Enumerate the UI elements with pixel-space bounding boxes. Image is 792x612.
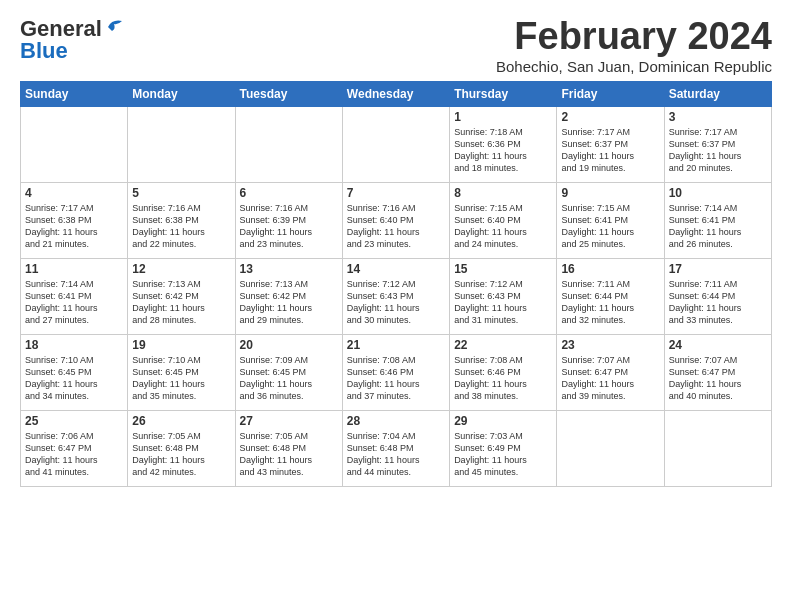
day-number: 14 [347, 262, 445, 276]
calendar-table: SundayMondayTuesdayWednesdayThursdayFrid… [20, 81, 772, 487]
calendar-cell: 26Sunrise: 7:05 AM Sunset: 6:48 PM Dayli… [128, 410, 235, 486]
day-info: Sunrise: 7:12 AM Sunset: 6:43 PM Dayligh… [454, 278, 552, 327]
day-info: Sunrise: 7:08 AM Sunset: 6:46 PM Dayligh… [454, 354, 552, 403]
calendar-cell: 10Sunrise: 7:14 AM Sunset: 6:41 PM Dayli… [664, 182, 771, 258]
day-number: 2 [561, 110, 659, 124]
month-title: February 2024 [496, 16, 772, 58]
weekday-header: Saturday [664, 81, 771, 106]
weekday-header: Tuesday [235, 81, 342, 106]
calendar-cell: 16Sunrise: 7:11 AM Sunset: 6:44 PM Dayli… [557, 258, 664, 334]
header: General Blue February 2024 Bohechio, San… [20, 16, 772, 75]
day-number: 27 [240, 414, 338, 428]
day-info: Sunrise: 7:14 AM Sunset: 6:41 PM Dayligh… [25, 278, 123, 327]
day-info: Sunrise: 7:15 AM Sunset: 6:41 PM Dayligh… [561, 202, 659, 251]
calendar-cell: 6Sunrise: 7:16 AM Sunset: 6:39 PM Daylig… [235, 182, 342, 258]
day-info: Sunrise: 7:09 AM Sunset: 6:45 PM Dayligh… [240, 354, 338, 403]
calendar-cell: 24Sunrise: 7:07 AM Sunset: 6:47 PM Dayli… [664, 334, 771, 410]
day-info: Sunrise: 7:18 AM Sunset: 6:36 PM Dayligh… [454, 126, 552, 175]
calendar-cell: 11Sunrise: 7:14 AM Sunset: 6:41 PM Dayli… [21, 258, 128, 334]
calendar-cell: 3Sunrise: 7:17 AM Sunset: 6:37 PM Daylig… [664, 106, 771, 182]
calendar-cell: 9Sunrise: 7:15 AM Sunset: 6:41 PM Daylig… [557, 182, 664, 258]
day-number: 3 [669, 110, 767, 124]
calendar-cell: 19Sunrise: 7:10 AM Sunset: 6:45 PM Dayli… [128, 334, 235, 410]
calendar-cell: 23Sunrise: 7:07 AM Sunset: 6:47 PM Dayli… [557, 334, 664, 410]
calendar-cell: 5Sunrise: 7:16 AM Sunset: 6:38 PM Daylig… [128, 182, 235, 258]
calendar-cell: 28Sunrise: 7:04 AM Sunset: 6:48 PM Dayli… [342, 410, 449, 486]
day-number: 1 [454, 110, 552, 124]
day-info: Sunrise: 7:13 AM Sunset: 6:42 PM Dayligh… [240, 278, 338, 327]
location-subtitle: Bohechio, San Juan, Dominican Republic [496, 58, 772, 75]
day-info: Sunrise: 7:03 AM Sunset: 6:49 PM Dayligh… [454, 430, 552, 479]
calendar-cell: 4Sunrise: 7:17 AM Sunset: 6:38 PM Daylig… [21, 182, 128, 258]
calendar-cell: 27Sunrise: 7:05 AM Sunset: 6:48 PM Dayli… [235, 410, 342, 486]
weekday-header: Thursday [450, 81, 557, 106]
day-number: 13 [240, 262, 338, 276]
calendar-cell: 8Sunrise: 7:15 AM Sunset: 6:40 PM Daylig… [450, 182, 557, 258]
day-info: Sunrise: 7:10 AM Sunset: 6:45 PM Dayligh… [25, 354, 123, 403]
day-info: Sunrise: 7:14 AM Sunset: 6:41 PM Dayligh… [669, 202, 767, 251]
calendar-cell: 2Sunrise: 7:17 AM Sunset: 6:37 PM Daylig… [557, 106, 664, 182]
day-number: 15 [454, 262, 552, 276]
calendar-cell [21, 106, 128, 182]
day-number: 28 [347, 414, 445, 428]
day-number: 26 [132, 414, 230, 428]
weekday-header: Wednesday [342, 81, 449, 106]
logo-blue: Blue [20, 38, 68, 64]
calendar-cell: 13Sunrise: 7:13 AM Sunset: 6:42 PM Dayli… [235, 258, 342, 334]
day-number: 23 [561, 338, 659, 352]
calendar-cell [235, 106, 342, 182]
day-info: Sunrise: 7:16 AM Sunset: 6:39 PM Dayligh… [240, 202, 338, 251]
logo: General Blue [20, 16, 126, 64]
calendar-cell: 12Sunrise: 7:13 AM Sunset: 6:42 PM Dayli… [128, 258, 235, 334]
day-number: 8 [454, 186, 552, 200]
day-info: Sunrise: 7:15 AM Sunset: 6:40 PM Dayligh… [454, 202, 552, 251]
day-number: 16 [561, 262, 659, 276]
calendar-cell: 22Sunrise: 7:08 AM Sunset: 6:46 PM Dayli… [450, 334, 557, 410]
page: General Blue February 2024 Bohechio, San… [0, 0, 792, 497]
calendar-cell: 21Sunrise: 7:08 AM Sunset: 6:46 PM Dayli… [342, 334, 449, 410]
day-info: Sunrise: 7:11 AM Sunset: 6:44 PM Dayligh… [561, 278, 659, 327]
calendar-cell [128, 106, 235, 182]
calendar-cell: 17Sunrise: 7:11 AM Sunset: 6:44 PM Dayli… [664, 258, 771, 334]
day-info: Sunrise: 7:11 AM Sunset: 6:44 PM Dayligh… [669, 278, 767, 327]
calendar-cell [664, 410, 771, 486]
day-number: 29 [454, 414, 552, 428]
day-info: Sunrise: 7:16 AM Sunset: 6:38 PM Dayligh… [132, 202, 230, 251]
day-number: 12 [132, 262, 230, 276]
day-info: Sunrise: 7:05 AM Sunset: 6:48 PM Dayligh… [132, 430, 230, 479]
calendar-cell [557, 410, 664, 486]
day-number: 24 [669, 338, 767, 352]
day-number: 17 [669, 262, 767, 276]
calendar-cell: 25Sunrise: 7:06 AM Sunset: 6:47 PM Dayli… [21, 410, 128, 486]
day-number: 7 [347, 186, 445, 200]
day-info: Sunrise: 7:16 AM Sunset: 6:40 PM Dayligh… [347, 202, 445, 251]
weekday-header: Monday [128, 81, 235, 106]
weekday-header: Sunday [21, 81, 128, 106]
day-info: Sunrise: 7:10 AM Sunset: 6:45 PM Dayligh… [132, 354, 230, 403]
day-number: 21 [347, 338, 445, 352]
logo-bird-icon [104, 17, 126, 37]
day-number: 19 [132, 338, 230, 352]
title-area: February 2024 Bohechio, San Juan, Domini… [496, 16, 772, 75]
day-number: 11 [25, 262, 123, 276]
calendar-cell: 15Sunrise: 7:12 AM Sunset: 6:43 PM Dayli… [450, 258, 557, 334]
day-info: Sunrise: 7:05 AM Sunset: 6:48 PM Dayligh… [240, 430, 338, 479]
day-info: Sunrise: 7:07 AM Sunset: 6:47 PM Dayligh… [561, 354, 659, 403]
day-number: 25 [25, 414, 123, 428]
day-info: Sunrise: 7:12 AM Sunset: 6:43 PM Dayligh… [347, 278, 445, 327]
day-number: 9 [561, 186, 659, 200]
day-number: 5 [132, 186, 230, 200]
day-info: Sunrise: 7:08 AM Sunset: 6:46 PM Dayligh… [347, 354, 445, 403]
calendar-cell: 18Sunrise: 7:10 AM Sunset: 6:45 PM Dayli… [21, 334, 128, 410]
day-info: Sunrise: 7:17 AM Sunset: 6:37 PM Dayligh… [669, 126, 767, 175]
calendar-cell: 29Sunrise: 7:03 AM Sunset: 6:49 PM Dayli… [450, 410, 557, 486]
calendar-cell: 7Sunrise: 7:16 AM Sunset: 6:40 PM Daylig… [342, 182, 449, 258]
day-number: 18 [25, 338, 123, 352]
day-number: 22 [454, 338, 552, 352]
day-info: Sunrise: 7:06 AM Sunset: 6:47 PM Dayligh… [25, 430, 123, 479]
day-number: 6 [240, 186, 338, 200]
day-info: Sunrise: 7:17 AM Sunset: 6:38 PM Dayligh… [25, 202, 123, 251]
day-info: Sunrise: 7:17 AM Sunset: 6:37 PM Dayligh… [561, 126, 659, 175]
calendar-cell [342, 106, 449, 182]
day-info: Sunrise: 7:04 AM Sunset: 6:48 PM Dayligh… [347, 430, 445, 479]
